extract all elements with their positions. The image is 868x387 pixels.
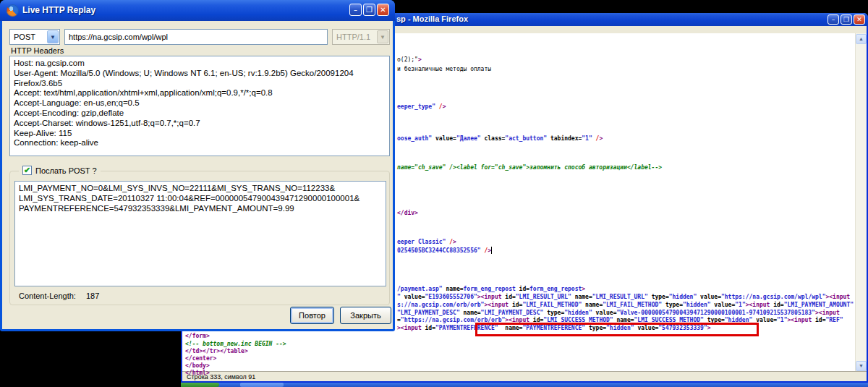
minimize-icon[interactable]: – (349, 4, 362, 16)
post-groupbox: ✔ Послать POST ? Content-Length: 187 (9, 171, 390, 305)
vertical-scrollbar[interactable]: ▲ ▼ (855, 33, 867, 372)
send-post-checkbox[interactable]: ✔ (22, 166, 32, 175)
send-post-label: Послать POST ? (35, 166, 97, 175)
url-input[interactable] (64, 29, 328, 45)
scroll-down-icon[interactable]: ▼ (856, 361, 867, 371)
chevron-down-icon[interactable]: ▼ (47, 30, 59, 43)
restore-icon[interactable]: ❐ (841, 14, 852, 25)
screen: { "dialog": { "title": "Live HTTP Replay… (0, 0, 868, 387)
start-button[interactable] (181, 383, 219, 387)
dialog-titlebar[interactable]: Live HTTP Replay – ❐ ✕ (0, 0, 395, 21)
close-icon[interactable]: ✕ (854, 14, 865, 25)
taskbar-item[interactable] (240, 383, 284, 387)
http-version-value: HTTP/1.1 (336, 33, 370, 41)
firefox-icon (7, 4, 19, 17)
http-version-select: HTTP/1.1 ▼ (332, 29, 390, 45)
firefox-window-title: sp - Mozilla Firefox (396, 14, 468, 23)
status-bar: Строка 333, символ 91 (182, 371, 867, 381)
content-length-label: Content-Length: (19, 292, 76, 300)
method-value: POST (14, 33, 35, 41)
content-length-row: Content-Length: 187 (19, 292, 76, 300)
close-icon[interactable]: ✕ (377, 4, 389, 16)
close-button[interactable]: Закрыть (340, 307, 391, 324)
replay-button[interactable]: Повтор (290, 307, 334, 324)
method-select[interactable]: POST ▼ (9, 29, 60, 45)
http-headers-label: HTTP Headers (11, 46, 64, 55)
chevron-down-icon: ▼ (377, 30, 388, 43)
maximize-icon[interactable]: ❐ (363, 4, 375, 16)
live-http-replay-dialog: Live HTTP Replay – ❐ ✕ POST ▼ HTTP/1.1 ▼… (0, 0, 395, 331)
content-length-value: 187 (86, 292, 99, 300)
minimize-icon[interactable]: – (827, 14, 839, 25)
dialog-title: Live HTTP Replay (22, 5, 95, 15)
scroll-up-icon[interactable]: ▲ (856, 34, 867, 44)
headers-textarea[interactable] (9, 56, 390, 156)
taskbar[interactable] (181, 383, 868, 387)
post-body-textarea[interactable] (14, 181, 386, 286)
status-text: Строка 333, символ 91 (187, 373, 255, 380)
